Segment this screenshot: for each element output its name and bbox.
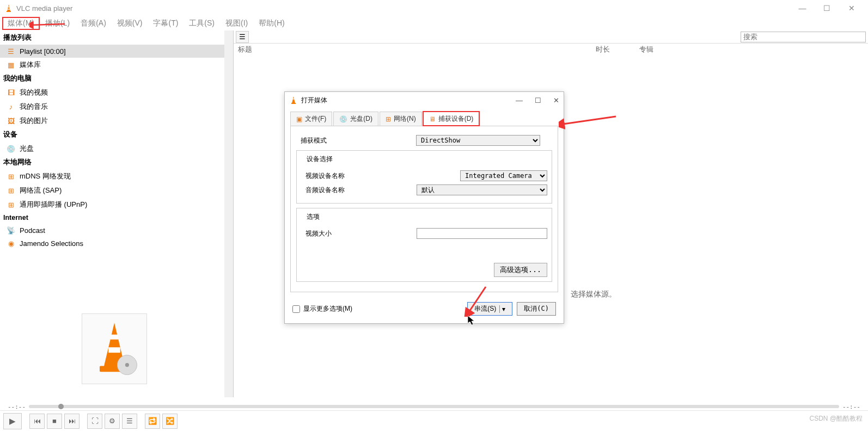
jamendo-icon: ◉ [7,239,15,248]
menu-video[interactable]: 视频(V) [112,17,148,30]
sidebar-item-label: 媒体库 [20,60,41,70]
capture-mode-select[interactable]: DirectShow [416,135,540,146]
menu-media[interactable]: 媒体(M) [2,17,40,30]
col-album[interactable]: 专辑 [639,45,868,54]
show-more-options-input[interactable] [292,305,300,313]
window-maximize-icon[interactable]: ☐ [815,4,839,13]
menubar: 媒体(M) 播放(L) 音频(A) 视频(V) 字幕(T) 工具(S) 视图(I… [0,16,868,30]
play-button[interactable]: ▶ [3,413,22,429]
sidebar-item-videos[interactable]: 🎞 我的视频 [0,85,224,100]
seek-slider[interactable] [29,405,839,408]
svg-rect-9 [108,347,120,353]
sidebar-item-label: 我的图片 [20,116,48,126]
video-size-input[interactable] [417,228,547,239]
previous-button[interactable]: ⏮ [29,414,45,429]
playlist-sidebar: 播放列表 ☰ Playlist [00:00] ▦ 媒体库 我的电脑 🎞 我的视… [0,30,224,397]
col-duration[interactable]: 时长 [596,45,639,54]
network-icon: ⊞ [386,115,391,123]
sidebar-item-label: 通用即插即播 (UPnP) [20,200,87,210]
stream-dropdown-icon[interactable]: ▾ [499,305,505,313]
svg-rect-8 [111,334,118,339]
video-device-select[interactable]: Integrated Camera [460,170,547,181]
dialog-title: 打开媒体 [301,96,327,105]
svg-marker-12 [292,96,295,103]
window-title: VLC media player [16,4,72,13]
network-icon: ⊞ [7,172,15,181]
dialog-minimize-icon[interactable]: — [516,96,523,104]
device-section-label: 设备选择 [304,155,335,164]
sidebar-section-internet: Internet [0,212,224,224]
sidebar-item-mdns[interactable]: ⊞ mDNS 网络发现 [0,169,224,183]
dialog-maximize-icon[interactable]: ☐ [535,96,541,104]
svg-point-11 [125,363,129,367]
titlebar: VLC media player — ☐ ✕ [0,0,868,16]
sidebar-item-music[interactable]: ♪ 我的音乐 [0,100,224,114]
sidebar-item-podcast[interactable]: 📡 Podcast [0,224,224,237]
advanced-options-button[interactable]: 高级选项... [494,263,547,277]
sidebar-item-label: Playlist [00:00] [20,47,66,56]
sidebar-section-devices: 设备 [0,128,224,141]
shuffle-button[interactable]: 🔀 [162,414,178,429]
open-media-dialog: 打开媒体 — ☐ ✕ ▣ 文件(F) 💿 光盘(D) ⊞ 网络(N) 🖥 捕获设… [284,91,564,324]
sidebar-item-disc[interactable]: 💿 光盘 [0,141,224,156]
svg-rect-2 [8,7,10,8]
sidebar-item-label: 网络流 (SAP) [20,186,62,195]
menu-view[interactable]: 视图(I) [220,17,253,30]
column-headers: 标题 时长 专辑 [234,44,868,56]
sidebar-item-label: Jamendo Selections [20,239,83,248]
capture-mode-label: 捕获模式 [296,136,416,145]
col-title[interactable]: 标题 [238,45,596,54]
window-minimize-icon[interactable]: — [790,4,815,13]
file-icon: ▣ [296,115,302,123]
capture-icon: 🖥 [429,115,436,123]
sidebar-section-localnet: 本地网络 [0,156,224,169]
sidebar-scrollbar[interactable] [224,30,233,397]
film-icon: 🎞 [7,88,15,97]
sidebar-section-computer: 我的电脑 [0,72,224,85]
disc-icon: 💿 [339,115,347,123]
stream-button[interactable]: 串流(S) ▾ [467,302,512,316]
sidebar-item-playlist[interactable]: ☰ Playlist [00:00] [0,45,224,58]
sidebar-item-sap[interactable]: ⊞ 网络流 (SAP) [0,183,224,198]
sidebar-item-medialib[interactable]: ▦ 媒体库 [0,58,224,72]
sidebar-item-jamendo[interactable]: ◉ Jamendo Selections [0,237,224,250]
svg-marker-0 [7,4,10,11]
show-more-options-checkbox[interactable]: 显示更多选项(M) [292,304,352,313]
menu-playback[interactable]: 播放(L) [40,17,75,30]
sidebar-item-pictures[interactable]: 🖼 我的图片 [0,114,224,128]
svg-rect-3 [8,9,10,10]
tab-network[interactable]: ⊞ 网络(N) [380,112,422,126]
sidebar-item-label: 我的视频 [20,88,48,97]
loop-button[interactable]: 🔁 [145,414,160,429]
view-mode-button[interactable]: ☰ [236,31,249,43]
menu-tools[interactable]: 工具(S) [184,17,220,30]
sidebar-item-upnp[interactable]: ⊞ 通用即插即播 (UPnP) [0,198,224,212]
menu-help[interactable]: 帮助(H) [253,17,290,30]
menu-subtitle[interactable]: 字幕(T) [148,17,184,30]
tab-disc[interactable]: 💿 光盘(D) [333,112,378,126]
search-input[interactable] [741,32,866,42]
time-elapsed: --:-- [4,403,29,410]
sidebar-item-label: Podcast [20,226,45,235]
vlc-cone-icon [4,4,13,13]
playlist-button[interactable]: ☰ [122,414,137,429]
library-icon: ▦ [7,60,15,69]
window-close-icon[interactable]: ✕ [839,4,864,13]
stop-button[interactable]: ■ [47,414,62,429]
next-button[interactable]: ⏭ [64,414,80,429]
cancel-button[interactable]: 取消(C) [517,302,556,316]
audio-device-select[interactable]: 默认 [417,184,547,195]
sidebar-item-label: 光盘 [20,144,34,153]
watermark: CSDN @酷酷教程 [809,414,863,423]
fullscreen-button[interactable]: ⛶ [87,414,102,429]
network-icon: ⊞ [7,200,15,209]
menu-audio[interactable]: 音频(A) [75,17,112,30]
tab-capture[interactable]: 🖥 捕获设备(D) [423,112,480,126]
tab-file[interactable]: ▣ 文件(F) [290,112,332,126]
dialog-tabs: ▣ 文件(F) 💿 光盘(D) ⊞ 网络(N) 🖥 捕获设备(D) [285,108,564,126]
dialog-titlebar: 打开媒体 — ☐ ✕ [285,92,564,108]
dialog-close-icon[interactable]: ✕ [553,96,559,104]
svg-rect-14 [293,98,295,100]
time-total: --:-- [839,403,864,410]
extended-settings-button[interactable]: ⚙ [105,414,120,429]
